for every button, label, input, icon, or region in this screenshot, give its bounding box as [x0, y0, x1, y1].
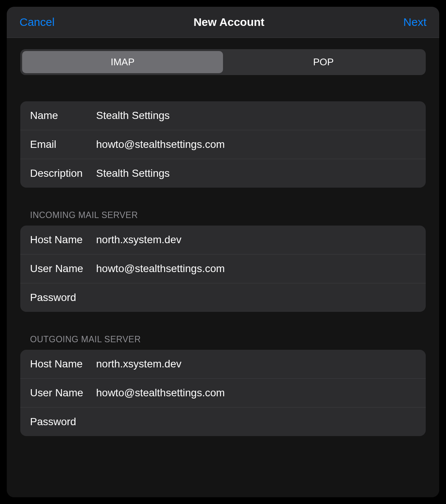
new-account-modal: Cancel New Account Next IMAP POP Name Em… [7, 7, 439, 497]
incoming-host-label: Host Name [30, 234, 96, 246]
email-label: Email [30, 138, 96, 150]
account-info-group: Name Email Description [20, 101, 426, 188]
modal-content: IMAP POP Name Email Description Incoming… [7, 38, 439, 497]
email-input[interactable] [96, 138, 416, 150]
incoming-user-row: User Name [20, 254, 426, 283]
modal-header: Cancel New Account Next [7, 7, 439, 38]
name-label: Name [30, 110, 96, 122]
email-row: Email [20, 130, 426, 159]
incoming-server-header: Incoming Mail Server [30, 210, 426, 220]
description-row: Description [20, 159, 426, 188]
description-input[interactable] [96, 167, 416, 179]
incoming-password-row: Password [20, 283, 426, 312]
incoming-host-input[interactable] [96, 234, 416, 246]
incoming-host-row: Host Name [20, 226, 426, 254]
outgoing-password-label: Password [30, 416, 96, 428]
incoming-password-label: Password [30, 292, 96, 304]
outgoing-server-header: Outgoing Mail Server [30, 334, 426, 345]
description-label: Description [30, 167, 96, 179]
incoming-password-input[interactable] [96, 292, 416, 304]
cancel-button[interactable]: Cancel [20, 16, 54, 29]
protocol-segmented-control: IMAP POP [20, 49, 426, 75]
segment-imap[interactable]: IMAP [22, 51, 223, 73]
name-row: Name [20, 101, 426, 130]
name-input[interactable] [96, 110, 416, 122]
outgoing-host-row: Host Name [20, 350, 426, 379]
outgoing-password-row: Password [20, 408, 426, 436]
outgoing-host-input[interactable] [96, 358, 416, 370]
outgoing-host-label: Host Name [30, 358, 96, 370]
outgoing-user-row: User Name [20, 379, 426, 408]
next-button[interactable]: Next [403, 16, 426, 29]
incoming-user-input[interactable] [96, 263, 416, 275]
incoming-server-group: Host Name User Name Password [20, 226, 426, 312]
outgoing-password-input[interactable] [96, 416, 416, 428]
outgoing-server-group: Host Name User Name Password [20, 350, 426, 436]
incoming-user-label: User Name [30, 263, 96, 275]
modal-title: New Account [193, 16, 264, 29]
outgoing-user-input[interactable] [96, 387, 416, 399]
segment-pop[interactable]: POP [223, 51, 424, 73]
outgoing-user-label: User Name [30, 387, 96, 399]
